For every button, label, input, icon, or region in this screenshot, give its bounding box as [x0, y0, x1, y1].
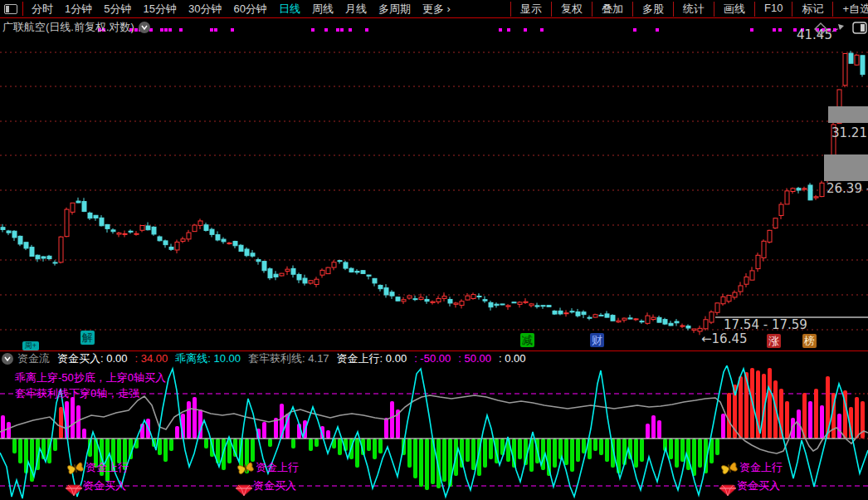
menu-item-更多 ›[interactable]: 更多 ›	[417, 2, 456, 15]
marker-label-buy: 资金买入	[253, 478, 296, 493]
hotkey-tag-涨[interactable]: 涨	[767, 334, 781, 348]
butterfly-icon	[66, 461, 85, 479]
signal-dot	[340, 28, 344, 32]
gem-icon	[65, 483, 83, 500]
menu-item-30分钟[interactable]: 30分钟	[183, 2, 227, 15]
pane-layout-icon[interactable]	[4, 4, 17, 14]
signal-dot	[311, 28, 315, 32]
marker-label-up: 资金上行	[739, 460, 783, 475]
signal-dot	[656, 28, 659, 32]
menu-item-月线[interactable]: 月线	[339, 2, 373, 15]
menu-item-叠加[interactable]: 叠加	[592, 2, 632, 17]
signal-dot	[160, 28, 163, 32]
menu-item-标记[interactable]: 标记	[792, 2, 832, 17]
butterfly-icon	[237, 461, 255, 479]
indicator-field: 资金上行: 0.00	[337, 352, 407, 365]
menu-item-F10[interactable]: F10	[754, 2, 792, 17]
signal-dot	[633, 28, 636, 32]
indicator-name: 资金流	[17, 351, 50, 366]
period-menu: 分时1分钟5分钟15分钟30分钟60分钟日线周线月线多周期更多 ›	[26, 2, 456, 17]
indicator-header: 资金流 资金买入: 0.00: 34.00乖离线: 10.00套牢获利线: 4.…	[0, 352, 534, 365]
price-label: 31.21 - 1	[831, 125, 868, 140]
indicator-values: 资金买入: 0.00: 34.00乖离线: 10.00套牢获利线: 4.17资金…	[57, 351, 534, 366]
signal-dot	[773, 28, 776, 32]
top-menu-bar: 分时1分钟5分钟15分钟30分钟60分钟日线周线月线多周期更多 › 显示复权叠加…	[0, 0, 868, 18]
collapse-indicator-icon[interactable]	[2, 353, 13, 365]
hotkey-tag-周+[interactable]: 周+	[22, 341, 39, 350]
gem-icon	[235, 483, 253, 500]
signal-dot	[365, 28, 368, 32]
indicator-field: : 50.00	[458, 352, 491, 365]
marker-label-up: 资金上行	[85, 460, 129, 475]
candles	[1, 51, 865, 335]
menu-item-复权[interactable]: 复权	[551, 2, 592, 17]
indicator-field: 套牢获利线: 4.17	[248, 352, 329, 365]
menu-item-多股[interactable]: 多股	[632, 2, 673, 17]
menu-item-60分钟[interactable]: 60分钟	[227, 2, 272, 15]
info-box	[828, 106, 868, 123]
hotkey-tag-解[interactable]: 解	[80, 331, 95, 345]
tools-menu: 显示复权叠加多股统计画线F10标记+自选	[510, 2, 868, 17]
arrow-head	[838, 24, 844, 30]
signal-dot	[336, 28, 339, 32]
indicator-field: : 0.00	[499, 352, 526, 365]
signal-dot	[168, 28, 172, 32]
hotkey-tag-财[interactable]: 财	[590, 333, 604, 347]
indicator-field: 资金买入: 0.00	[57, 352, 128, 365]
marker-label-buy: 资金买入	[83, 478, 126, 493]
signal-dot	[324, 28, 328, 32]
menu-item-统计[interactable]: 统计	[673, 2, 714, 17]
signal-dot	[499, 28, 502, 32]
signal-dot	[524, 28, 527, 32]
price-label: 41.45	[797, 27, 832, 42]
signal-dot	[179, 28, 183, 32]
signal-dot	[540, 28, 544, 32]
trading-app-window: 分时1分钟5分钟15分钟30分钟60分钟日线周线月线多周期更多 › 显示复权叠加…	[0, 0, 868, 500]
menu-item-15分钟[interactable]: 15分钟	[137, 2, 182, 15]
split-pane-fill	[861, 24, 865, 32]
indicator-field: : 34.00	[135, 352, 168, 365]
page-title: 广联航空(日线.前复权.对数)	[2, 20, 134, 35]
signal-dot	[231, 28, 234, 32]
signal-dot	[349, 28, 352, 32]
signal-dot	[750, 28, 753, 32]
chevron-down-icon[interactable]	[139, 22, 150, 33]
chart-title-row: 广联航空(日线.前复权.对数)	[2, 20, 150, 35]
price-label: 26.39 - 25	[827, 181, 868, 196]
price-label: ←16.45	[701, 331, 748, 346]
marker-label-buy: 资金买入	[737, 478, 780, 493]
signal-dot	[507, 28, 510, 32]
indicator-annotation: 乖离上穿-50抄底，上穿0轴买入	[15, 370, 166, 385]
menu-item-日线[interactable]: 日线	[273, 2, 306, 15]
gem-icon	[719, 483, 737, 500]
main-chart-svg[interactable]: 41.4531.21 - 126.39 - 2517.54 - 17.59←16…	[0, 18, 868, 350]
signal-dot	[210, 28, 213, 32]
menu-item-分时[interactable]: 分时	[26, 2, 59, 15]
butterfly-icon	[720, 461, 739, 479]
price-label: 17.54 - 17.59	[724, 317, 807, 332]
menu-item-显示[interactable]: 显示	[510, 2, 551, 17]
menu-item-+自选[interactable]: +自选	[832, 2, 868, 17]
menu-divider	[22, 2, 23, 16]
menu-item-画线[interactable]: 画线	[714, 2, 754, 17]
marker-label-up: 资金上行	[256, 460, 299, 475]
menu-item-1分钟[interactable]: 1分钟	[59, 2, 98, 15]
indicator-field: : -50.00	[414, 352, 451, 365]
signal-dot	[778, 28, 782, 32]
menu-item-周线[interactable]: 周线	[306, 2, 339, 15]
signal-dot	[214, 28, 217, 32]
hotkey-tag-榜[interactable]: 榜	[802, 334, 817, 348]
info-box	[824, 154, 868, 181]
indicator-annotation: 套牢获利线下穿0轴，走强	[15, 386, 139, 401]
indicator-field: 乖离线: 10.00	[175, 352, 241, 365]
menu-item-5分钟[interactable]: 5分钟	[98, 2, 137, 15]
signal-dot	[164, 28, 168, 32]
menu-item-多周期[interactable]: 多周期	[373, 2, 417, 15]
hotkey-tag-减[interactable]: 减	[520, 333, 534, 347]
